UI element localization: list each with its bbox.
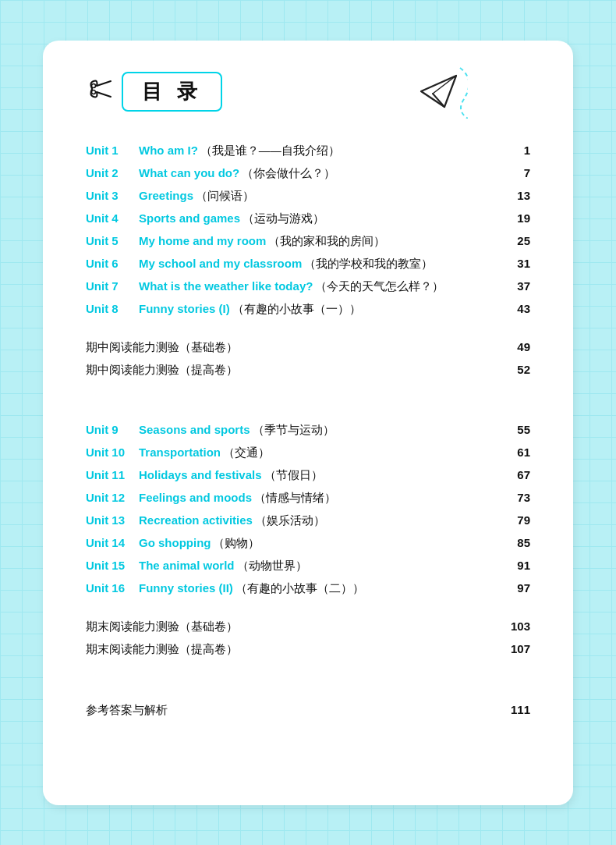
toc-entry: Unit 10Transportation（交通）61 (86, 442, 530, 464)
entry-title-en: Who am I? (139, 144, 198, 157)
entry-title-en: Seasons and sports (139, 423, 250, 436)
exam-page: 107 (499, 642, 530, 655)
entry-title-en: Sports and games (139, 211, 240, 225)
entry-title-cn: （购物） (213, 536, 260, 551)
exam-entry: 期中阅读能力测验（基础卷）49 (86, 336, 530, 359)
svg-point-2 (92, 84, 96, 88)
toc-entry: Unit 15The animal world（动物世界）91 (86, 555, 530, 577)
toc-entry: Unit 5My home and my room（我的家和我的房间）25 (86, 230, 530, 253)
entry-title-cn: （我的家和我的房间） (268, 234, 385, 249)
entry-title-cn: （季节与运动） (253, 423, 335, 438)
answer-page: 111 (511, 703, 530, 716)
exam-entry: 期末阅读能力测验（提高卷）107 (86, 638, 530, 661)
exam-title: 期末阅读能力测验（提高卷） (86, 642, 499, 657)
entry-page: 55 (499, 423, 530, 436)
unit-label: Unit 12 (86, 491, 139, 504)
entry-page: 13 (499, 189, 530, 202)
svg-point-3 (92, 91, 96, 94)
exam-page: 49 (499, 340, 530, 353)
entry-title-cn: （今天的天气怎么样？） (315, 279, 444, 294)
entry-title-en: My home and my room (139, 234, 266, 247)
exam-title: 期末阅读能力测验（基础卷） (86, 620, 499, 634)
title-row: 目 录 (86, 72, 530, 112)
toc-entry: Unit 2What can you do?（你会做什么？）7 (86, 162, 530, 185)
toc-entry: Unit 6My school and my classroom（我的学校和我的… (86, 253, 530, 275)
unit-label: Unit 8 (86, 302, 139, 315)
unit-label: Unit 15 (86, 559, 139, 572)
entry-title-en: Greetings (139, 189, 193, 202)
exam-entry: 期中阅读能力测验（提高卷）52 (86, 359, 530, 382)
entry-title-en: What is the weather like today? (139, 279, 313, 293)
toc-entry: Unit 11Holidays and festivals（节假日）67 (86, 464, 530, 487)
entry-title-cn: （有趣的小故事（一）） (232, 302, 361, 317)
unit-label: Unit 4 (86, 211, 139, 225)
entry-title-cn: （娱乐活动） (255, 513, 325, 528)
toc-entry: Unit 3Greetings（问候语）13 (86, 185, 530, 208)
entry-title-en: The animal world (139, 559, 235, 572)
unit-label: Unit 3 (86, 189, 139, 202)
unit-label: Unit 5 (86, 234, 139, 247)
entry-page: 7 (499, 166, 530, 179)
title-box: 目 录 (122, 72, 222, 112)
answer-row: 参考答案与解析 111 (86, 697, 530, 724)
toc-entry: Unit 12Feelings and moods（情感与情绪）73 (86, 487, 530, 509)
unit-label: Unit 14 (86, 536, 139, 549)
unit-label: Unit 2 (86, 166, 139, 179)
unit-label: Unit 13 (86, 513, 139, 527)
toc-entry: Unit 4Sports and games（运动与游戏）19 (86, 208, 530, 230)
entry-title-en: Feelings and moods (139, 491, 252, 504)
entry-title-cn: （有趣的小故事（二）） (235, 581, 364, 596)
entry-title-cn: （问候语） (196, 189, 254, 204)
exam-title: 期中阅读能力测验（提高卷） (86, 363, 499, 378)
exam-entry: 期末阅读能力测验（基础卷）103 (86, 616, 530, 638)
unit-label: Unit 1 (86, 144, 139, 157)
entry-title-en: Go shopping (139, 536, 211, 549)
entry-page: 43 (499, 302, 530, 315)
page-title: 目 录 (142, 80, 202, 103)
entry-title-cn: （节假日） (264, 468, 323, 483)
paper-plane-icon (413, 64, 468, 122)
unit-label: Unit 6 (86, 257, 139, 270)
unit-label: Unit 11 (86, 468, 139, 481)
entry-title-en: Transportation (139, 446, 221, 459)
entry-title-en: Funny stories (I) (139, 302, 230, 315)
answer-section: 参考答案与解析 111 (86, 676, 530, 724)
entry-page: 37 (499, 279, 530, 293)
entry-page: 97 (499, 581, 530, 595)
entry-title-en: Recreation activities (139, 513, 253, 527)
entry-title-cn: （我的学校和我的教室） (304, 257, 433, 272)
entry-page: 1 (499, 144, 530, 157)
entry-page: 19 (499, 211, 530, 225)
entry-title-cn: （情感与情绪） (254, 491, 336, 506)
entry-page: 31 (499, 257, 530, 270)
section-2: Unit 9Seasons and sports（季节与运动）55Unit 10… (86, 419, 530, 600)
entry-page: 85 (499, 536, 530, 549)
entry-page: 61 (499, 446, 530, 459)
toc-entry: Unit 1Who am I?（我是谁？——自我介绍）1 (86, 140, 530, 162)
toc-entry: Unit 16Funny stories (II)（有趣的小故事（二））97 (86, 577, 530, 600)
toc-entry: Unit 8Funny stories (I)（有趣的小故事（一））43 (86, 298, 530, 321)
exam-page: 52 (499, 363, 530, 376)
svg-line-0 (97, 81, 111, 86)
entry-page: 67 (499, 468, 530, 481)
toc-entry: Unit 9Seasons and sports（季节与运动）55 (86, 419, 530, 442)
entry-title-en: My school and my classroom (139, 257, 302, 270)
unit-label: Unit 9 (86, 423, 139, 436)
unit-label: Unit 10 (86, 446, 139, 459)
entry-title-cn: （运动与游戏） (243, 211, 324, 226)
section-2-exams: 期末阅读能力测验（基础卷）103期末阅读能力测验（提高卷）107 (86, 616, 530, 661)
toc-entry: Unit 14Go shopping（购物）85 (86, 532, 530, 555)
entry-title-cn: （你会做什么？） (242, 166, 335, 181)
svg-line-1 (97, 92, 111, 97)
main-card: 目 录 Unit 1Who am I?（我是谁？——自我介绍）1Unit 2Wh… (43, 41, 573, 805)
entry-title-en: What can you do? (139, 166, 239, 179)
toc-entry: Unit 7What is the weather like today?（今天… (86, 275, 530, 298)
entry-page: 73 (499, 491, 530, 504)
entry-title-cn: （动物世界） (237, 559, 307, 573)
entry-title-en: Holidays and festivals (139, 468, 262, 481)
entry-page: 25 (499, 234, 530, 247)
entry-page: 91 (499, 559, 530, 572)
entry-page: 79 (499, 513, 530, 527)
entry-title-en: Funny stories (II) (139, 581, 233, 595)
scissors-icon (86, 75, 114, 108)
